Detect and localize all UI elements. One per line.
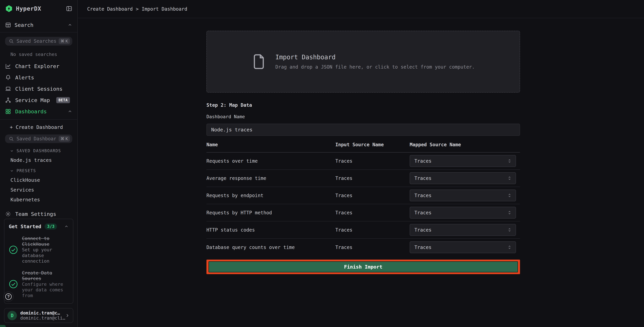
row-input-source: Traces (335, 158, 410, 164)
finish-import-highlight: Finish Import (206, 260, 520, 274)
table-row: Requests by endpoint Traces Traces (206, 187, 520, 204)
task-description: Set up your database connection (22, 247, 52, 264)
table-header-row: Name Input Source Name Mapped Source Nam… (206, 142, 520, 152)
dashboard-name-value: Node.js traces (211, 127, 252, 132)
group-label-text: PRESETS (16, 168, 36, 173)
create-dashboard-button[interactable]: + Create Dashboard (0, 120, 77, 130)
task-texts: Connect to ClickHouse Set up your databa… (22, 236, 68, 264)
sidebar-item-services[interactable]: Services (0, 183, 77, 193)
chevrons-up-down-icon (507, 176, 512, 181)
import-dropzone[interactable]: Import Dashboard Drag and drop a JSON fi… (206, 31, 520, 92)
row-input-source: Traces (335, 227, 410, 233)
chevron-right-icon (65, 313, 70, 318)
saved-dashboards-input[interactable]: Saved Dashboards ⌘ K (5, 134, 72, 143)
task-title: Create Data Sources (22, 270, 52, 281)
check-circle-icon (9, 280, 18, 289)
row-input-source: Traces (335, 210, 410, 216)
sidebar-item-client-sessions[interactable]: Client Sessions (0, 83, 77, 94)
sidebar-collapse-button[interactable] (66, 6, 72, 12)
mapped-source-select[interactable]: Traces (410, 190, 516, 201)
dropzone-texts: Import Dashboard Drag and drop a JSON fi… (275, 54, 475, 70)
sidebar-item-dashboards[interactable]: Dashboards (0, 106, 77, 117)
bell-icon (5, 74, 11, 80)
user-names: dominic.tran@c… dominic.tran@cli… (20, 310, 62, 320)
sidebar-bottom: Get Started 3/3 Connect to ClickHouse Se… (0, 219, 77, 327)
shortcut-badge: ⌘ K (58, 38, 70, 44)
table-row: Requests by HTTP method Traces Traces (206, 204, 520, 222)
select-value: Traces (414, 176, 432, 181)
task-texts: Create Data Sources Configure where your… (22, 270, 68, 298)
search-icon (9, 136, 14, 141)
saved-searches-input[interactable]: Saved Searches ⌘ K (5, 37, 72, 46)
question-mark-icon: ? (5, 294, 12, 300)
task-description: Configure where your data comes from (22, 282, 63, 298)
mapped-source-select[interactable]: Traces (410, 241, 516, 253)
row-name: Requests by HTTP method (206, 210, 335, 216)
app-title: HyperDX (16, 5, 41, 12)
mapped-source-select[interactable]: Traces (410, 207, 516, 218)
chevrons-up-down-icon (507, 158, 512, 164)
sidebar-item-nodejs-traces[interactable]: Node.js traces (0, 153, 77, 163)
panel-collapse-icon (66, 6, 72, 12)
breadcrumb-import-dashboard[interactable]: Import Dashboard (142, 6, 187, 12)
get-started-task-connect-clickhouse[interactable]: Connect to ClickHouse Set up your databa… (9, 236, 68, 264)
breadcrumb: Create Dashboard > Import Dashboard (87, 6, 187, 12)
main-area: Create Dashboard > Import Dashboard Impo… (78, 0, 644, 327)
chevrons-up-down-icon (507, 244, 512, 250)
dashboard-name-label: Dashboard Name (206, 114, 520, 119)
laptop-icon (5, 86, 11, 92)
help-button[interactable]: ? (4, 292, 14, 302)
row-input-source: Traces (335, 176, 410, 181)
service-map-icon (5, 97, 11, 103)
get-started-card: Get Started 3/3 Connect to ClickHouse Se… (4, 219, 73, 304)
presets-group-toggle[interactable]: PRESETS (0, 163, 77, 173)
row-name: Requests by endpoint (206, 193, 335, 198)
column-header-name: Name (206, 142, 335, 148)
breadcrumb-create-dashboard[interactable]: Create Dashboard (87, 6, 133, 12)
chevron-down-icon (10, 149, 14, 153)
sidebar-item-clickhouse[interactable]: ClickHouse (0, 173, 77, 183)
bottom-corner-accent (0, 325, 6, 327)
nav-item-label: Team Settings (15, 211, 56, 217)
sidebar-item-service-map[interactable]: Service Map BETA (0, 94, 77, 106)
chevron-up-icon (68, 109, 72, 114)
nav-item-label: Service Map (15, 97, 50, 103)
user-account-button[interactable]: D dominic.tran@c… dominic.tran@cli… (4, 308, 73, 323)
mapped-source-select[interactable]: Traces (410, 224, 516, 236)
beta-badge: BETA (56, 97, 70, 103)
hyperdx-logo-icon (5, 5, 13, 12)
get-started-task-create-data-sources[interactable]: Create Data Sources Configure where your… (9, 270, 68, 298)
select-value: Traces (414, 193, 432, 198)
sidebar-item-alerts[interactable]: Alerts (0, 72, 77, 83)
dashboard-name-input[interactable]: Node.js traces (206, 124, 520, 136)
get-started-header[interactable]: Get Started 3/3 (9, 224, 68, 230)
sidebar-item-team-settings[interactable]: Team Settings (0, 209, 77, 219)
row-name: Average response time (206, 176, 335, 181)
saved-dashboards-group-toggle[interactable]: SAVED DASHBOARDS (0, 143, 77, 153)
search-section-icon (5, 22, 11, 28)
chevron-up-icon (64, 224, 68, 229)
nav-item-label: Client Sessions (15, 86, 62, 92)
mapped-source-select[interactable]: Traces (410, 155, 516, 167)
select-value: Traces (414, 227, 432, 233)
app-root: HyperDX Search Saved Searches ⌘ K No s (0, 0, 644, 327)
nav-item-label: Dashboards (15, 108, 47, 114)
table-row: HTTP status codes Traces Traces (206, 222, 520, 239)
row-input-source: Traces (335, 244, 410, 250)
select-value: Traces (414, 244, 432, 250)
sidebar-nav: Chart Explorer Alerts Client Sessions Se… (0, 58, 77, 117)
chevrons-up-down-icon (507, 193, 512, 198)
sidebar-item-search[interactable]: Search (0, 16, 77, 32)
sidebar-item-chart-explorer[interactable]: Chart Explorer (0, 61, 77, 72)
mapped-source-select[interactable]: Traces (410, 172, 516, 184)
column-header-input-source: Input Source Name (335, 142, 410, 148)
sidebar-item-kubernetes[interactable]: Kubernetes (0, 193, 77, 202)
file-icon (252, 53, 266, 70)
nav-item-label: Alerts (15, 74, 34, 80)
chevrons-up-down-icon (507, 210, 512, 215)
finish-import-button[interactable]: Finish Import (208, 261, 518, 272)
row-name: Requests over time (206, 158, 335, 164)
row-input-source: Traces (335, 193, 410, 198)
chevron-up-icon (68, 23, 72, 27)
group-label-text: SAVED DASHBOARDS (16, 148, 61, 153)
